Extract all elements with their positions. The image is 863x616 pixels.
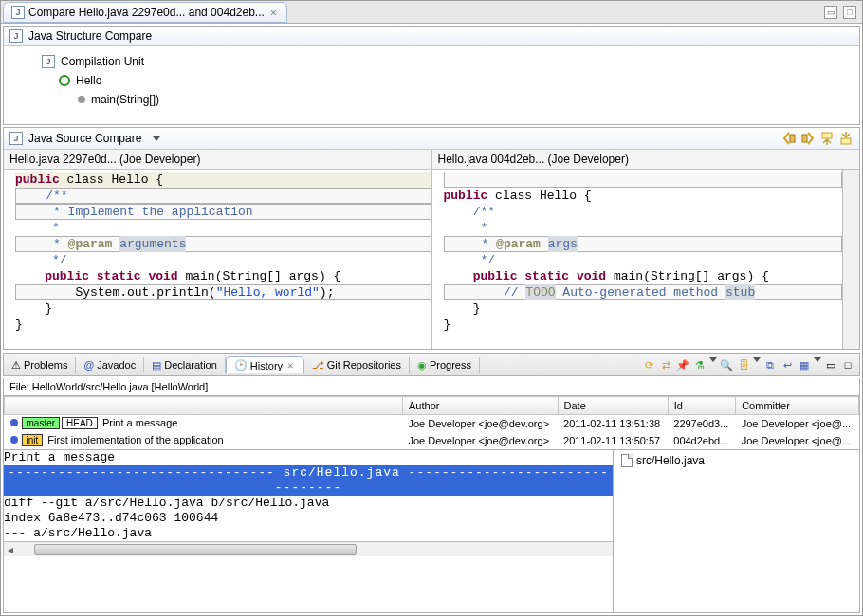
close-icon[interactable]: ✕ [268, 6, 279, 19]
code-token: main(String[] args) { [606, 268, 769, 284]
left-header: Hello.java 2297e0d... (Joe Developer) [4, 150, 432, 170]
copy-left-icon[interactable] [781, 131, 797, 146]
code-token: { [148, 172, 163, 188]
java-compare-icon: J [11, 6, 25, 19]
tab-git-repositories[interactable]: ⎇Git Repositories [304, 357, 410, 373]
maximize-button[interactable]: □ [843, 6, 856, 19]
filter-icon[interactable]: ⚗ [692, 357, 707, 372]
tree-method[interactable]: main(String[]) [42, 90, 840, 109]
copy-right-icon[interactable] [800, 131, 816, 146]
layout-icon[interactable]: ▦ [797, 357, 812, 372]
tab-history[interactable]: 🕑History✕ [226, 356, 304, 373]
commit-dot-icon [10, 436, 18, 444]
progress-icon: ◉ [417, 359, 427, 371]
branch-tag: init [22, 434, 44, 446]
link-icon[interactable]: ⇄ [658, 357, 673, 372]
minimize-button[interactable]: ▭ [824, 6, 837, 19]
code-token: Auto-generated method [556, 284, 725, 300]
tree-label: Hello [76, 71, 101, 90]
diff-line: index 6a8e473..d74c063 100644 [4, 511, 613, 526]
code-token: * Implement the application [16, 204, 253, 220]
cell-date: 2011-02-11 13:50:57 [558, 432, 668, 449]
code-token: main(String[] args) { [178, 268, 341, 284]
code-token: /** [444, 204, 496, 220]
chevron-down-icon[interactable] [709, 357, 717, 362]
prev-diff-icon[interactable] [838, 131, 854, 146]
db-icon[interactable]: 🗄 [736, 357, 751, 372]
changed-file[interactable]: src/Hello.java [636, 454, 705, 467]
code-token: "Hello, world" [216, 284, 320, 300]
right-code[interactable]: public class Hello { /** * * @param args… [432, 170, 843, 349]
tree-class[interactable]: Hello [42, 71, 840, 90]
minimize-view-icon[interactable]: ▭ [823, 357, 838, 372]
chevron-down-icon[interactable] [814, 357, 821, 362]
table-row[interactable]: masterHEAD Print a messageJoe Developer … [5, 415, 859, 432]
code-token: * [444, 220, 488, 236]
overview-ruler[interactable] [842, 170, 859, 349]
code-token: static [518, 268, 577, 284]
structure-compare-title: Java Structure Compare [28, 29, 152, 43]
maximize-view-icon[interactable]: □ [840, 357, 855, 372]
code-token: */ [15, 252, 67, 268]
bottom-tab-bar: ⚠Problems @Javadoc ▤Declaration 🕑History… [3, 353, 860, 376]
code-token: stub [725, 284, 755, 300]
tab-label: History [250, 360, 283, 371]
cell-committer: Joe Developer <joe@... [736, 415, 859, 432]
pin-icon[interactable]: 📌 [675, 357, 690, 372]
code-token: args [548, 236, 578, 252]
commit-dot-icon [10, 419, 18, 426]
compare-mode-icon[interactable]: ⧉ [762, 357, 778, 372]
code-token: public [15, 172, 60, 188]
class-icon [59, 75, 70, 86]
java-icon: J [9, 132, 23, 145]
col-date[interactable]: Date [558, 397, 668, 415]
tree-compilation-unit[interactable]: J Compilation Unit [42, 52, 840, 71]
col-rev[interactable] [5, 397, 403, 415]
col-committer[interactable]: Committer [736, 397, 859, 415]
col-id[interactable]: Id [668, 397, 735, 415]
chevron-down-icon[interactable] [753, 357, 761, 362]
window-controls: ▭ □ [824, 6, 862, 19]
next-diff-icon[interactable] [819, 131, 835, 146]
chevron-down-icon[interactable] [153, 136, 160, 141]
commit-message: Print a message [100, 417, 178, 428]
code-token: void [148, 268, 177, 284]
commit-title: Print a message [4, 450, 613, 465]
compare-tab[interactable]: J Compare Hello.java 2297e0d... and 004d… [3, 2, 287, 23]
right-header: Hello.java 004d2eb... (Joe Developer) [432, 150, 860, 170]
structure-compare-header: J Java Structure Compare [4, 27, 859, 46]
code-token: @param [68, 236, 120, 252]
table-row[interactable]: init First implementation of the applica… [5, 432, 859, 449]
code-token: { [577, 188, 592, 204]
left-code[interactable]: public class Hello { /** * Implement the… [4, 170, 432, 349]
diff-text-pane[interactable]: Print a message ------------------------… [4, 450, 613, 612]
java-file-icon: J [42, 55, 55, 68]
col-author[interactable]: Author [403, 397, 559, 415]
tab-label: Git Repositories [327, 359, 401, 371]
changed-files-pane: src/Hello.java [613, 450, 859, 612]
cell-date: 2011-02-11 13:51:38 [558, 415, 668, 432]
diff-panes: Print a message ------------------------… [4, 449, 859, 612]
tab-label: Declaration [164, 359, 217, 371]
tab-progress[interactable]: ◉Progress [410, 357, 480, 373]
code-token: Hello [540, 188, 577, 204]
tab-problems[interactable]: ⚠Problems [4, 357, 76, 373]
wrap-icon[interactable]: ↩ [780, 357, 795, 372]
tab-declaration[interactable]: ▤Declaration [144, 357, 226, 373]
diff-separator: -------------------------------- src/Hel… [4, 465, 613, 496]
code-token: /** [16, 188, 68, 204]
code-token: arguments [119, 236, 186, 252]
scrollbar-thumb[interactable] [34, 544, 357, 555]
code-token: } [15, 300, 52, 317]
compare-right: Hello.java 004d2eb... (Joe Developer) pu… [432, 150, 860, 349]
compare-left: Hello.java 2297e0d... (Joe Developer) pu… [4, 150, 432, 349]
problems-icon: ⚠ [11, 359, 21, 371]
close-icon[interactable]: ✕ [285, 359, 296, 371]
tree-label: Compilation Unit [61, 52, 144, 71]
tab-javadoc[interactable]: @Javadoc [76, 357, 144, 372]
horizontal-scrollbar[interactable]: ◂ [4, 541, 613, 556]
find-icon[interactable]: 🔍 [719, 357, 734, 372]
cell-author: Joe Developer <joe@dev.org> [403, 432, 559, 449]
code-token: void [577, 268, 606, 284]
refresh-icon[interactable]: ⟳ [641, 357, 656, 372]
